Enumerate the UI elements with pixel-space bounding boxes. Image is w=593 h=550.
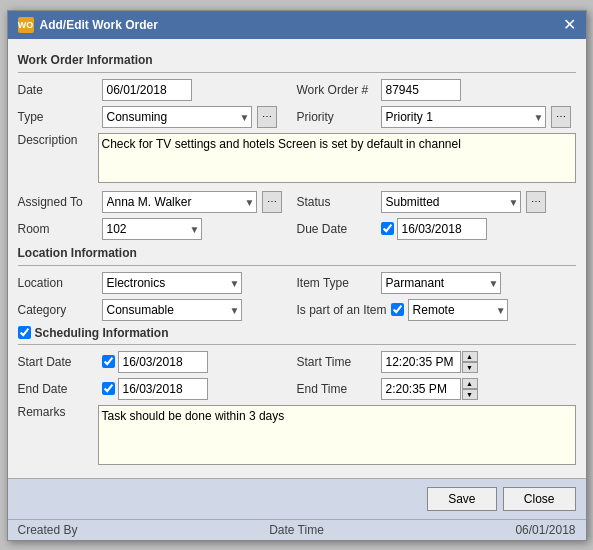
row-description: Description Check for TV settings and ho… xyxy=(18,133,576,186)
starttime-spinbox: ▲ ▼ xyxy=(381,351,478,373)
assigned-to-select[interactable]: Anna M. Walker John Smith xyxy=(102,191,257,213)
section-scheduling: Scheduling Information xyxy=(35,326,169,340)
label-assigned: Assigned To xyxy=(18,195,98,209)
label-type: Type xyxy=(18,110,98,124)
startdate-select[interactable]: 16/03/2018 xyxy=(118,351,208,373)
scheduling-section-header: Scheduling Information xyxy=(18,326,576,340)
field-date: 06/01/2018 xyxy=(102,79,192,101)
type-icon-button[interactable]: ⋯ xyxy=(257,106,277,128)
scheduling-checkbox[interactable] xyxy=(18,326,31,339)
label-description: Description xyxy=(18,133,98,147)
status-select[interactable]: Submitted In Progress Completed xyxy=(381,191,521,213)
close-button[interactable]: Close xyxy=(503,487,576,511)
starttime-spinners: ▲ ▼ xyxy=(462,351,478,373)
right-status: Status Submitted In Progress Completed ▼… xyxy=(297,191,576,213)
title-bar-left: WO Add/Edit Work Order xyxy=(18,17,158,33)
starttime-down[interactable]: ▼ xyxy=(462,362,478,373)
endtime-down[interactable]: ▼ xyxy=(462,389,478,400)
title-bar: WO Add/Edit Work Order ✕ xyxy=(8,11,586,39)
type-select-wrapper: Consuming Maintenance Repair ▼ xyxy=(102,106,252,128)
duedate-select[interactable]: 16/03/2018 xyxy=(397,218,487,240)
endtime-spinners: ▲ ▼ xyxy=(462,378,478,400)
right-starttime: Start Time ▲ ▼ xyxy=(297,351,576,373)
left-type: Type Consuming Maintenance Repair ▼ ⋯ xyxy=(18,106,297,128)
right-wo: Work Order # xyxy=(297,79,576,101)
left-assigned: Assigned To Anna M. Walker John Smith ▼ … xyxy=(18,191,297,213)
remote-select[interactable]: Remote On-site xyxy=(408,299,508,321)
row-startdate-starttime: Start Date 16/03/2018 Start Time ▲ ▼ xyxy=(18,351,576,373)
category-select-wrapper: Consumable Fixed ▼ xyxy=(102,299,242,321)
left-date: Date 06/01/2018 xyxy=(18,79,297,101)
assigned-select-wrapper: Anna M. Walker John Smith ▼ xyxy=(102,191,257,213)
row-type-priority: Type Consuming Maintenance Repair ▼ ⋯ Pr… xyxy=(18,106,576,128)
startdate-checkbox[interactable] xyxy=(102,355,115,368)
left-room: Room 102 103 ▼ xyxy=(18,218,297,240)
row-room-duedate: Room 102 103 ▼ Due Date 16/03/2018 xyxy=(18,218,576,240)
label-priority: Priority xyxy=(297,110,377,124)
location-select[interactable]: Electronics Furniture Plumbing xyxy=(102,272,242,294)
status-bar: Created By Date Time 06/01/2018 xyxy=(8,519,586,540)
date-time-label: Date Time xyxy=(269,523,324,537)
room-select[interactable]: 102 103 xyxy=(102,218,202,240)
field-startdate: 16/03/2018 xyxy=(102,351,208,373)
close-icon-button[interactable]: ✕ xyxy=(563,17,576,33)
label-location: Location xyxy=(18,276,98,290)
wo-number-input[interactable] xyxy=(381,79,461,101)
endtime-spinbox: ▲ ▼ xyxy=(381,378,478,400)
label-duedate: Due Date xyxy=(297,222,377,236)
status-select-wrapper: Submitted In Progress Completed ▼ xyxy=(381,191,521,213)
endtime-up[interactable]: ▲ xyxy=(462,378,478,389)
priority-select-wrapper: Priority 1 Priority 2 Priority 3 ▼ xyxy=(381,106,546,128)
row-assigned-status: Assigned To Anna M. Walker John Smith ▼ … xyxy=(18,191,576,213)
label-endtime: End Time xyxy=(297,382,377,396)
save-button[interactable]: Save xyxy=(427,487,497,511)
assigned-icon-button[interactable]: ⋯ xyxy=(262,191,282,213)
itemtype-select-wrapper: Parmanant Consumable ▼ xyxy=(381,272,501,294)
starttime-input[interactable] xyxy=(381,351,461,373)
row-enddate-endtime: End Date 16/03/2018 End Time ▲ ▼ xyxy=(18,378,576,400)
duedate-checkbox[interactable] xyxy=(381,222,394,235)
label-itemtype: Item Type xyxy=(297,276,377,290)
dialog-body: Work Order Information Date 06/01/2018 W… xyxy=(8,39,586,478)
left-category: Category Consumable Fixed ▼ xyxy=(18,299,297,321)
label-starttime: Start Time xyxy=(297,355,377,369)
description-textarea[interactable]: Check for TV settings and hotels Screen … xyxy=(98,133,576,183)
remarks-textarea[interactable]: Task should be done within 3 days xyxy=(98,405,576,465)
priority-icon-button[interactable]: ⋯ xyxy=(551,106,571,128)
left-enddate: End Date 16/03/2018 xyxy=(18,378,297,400)
right-priority: Priority Priority 1 Priority 2 Priority … xyxy=(297,106,576,128)
priority-select[interactable]: Priority 1 Priority 2 Priority 3 xyxy=(381,106,546,128)
created-by-label: Created By xyxy=(18,523,78,537)
remote-select-wrapper: Remote On-site ▼ xyxy=(408,299,508,321)
right-duedate: Due Date 16/03/2018 xyxy=(297,218,576,240)
field-enddate: 16/03/2018 xyxy=(102,378,208,400)
dialog-title: Add/Edit Work Order xyxy=(40,18,158,32)
enddate-checkbox[interactable] xyxy=(102,382,115,395)
right-itemtype: Item Type Parmanant Consumable ▼ xyxy=(297,272,576,294)
left-startdate: Start Date 16/03/2018 xyxy=(18,351,297,373)
description-container: Check for TV settings and hotels Screen … xyxy=(98,133,576,186)
label-date: Date xyxy=(18,83,98,97)
label-enddate: End Date xyxy=(18,382,98,396)
section-location: Location Information xyxy=(18,246,576,260)
is-part-checkbox[interactable] xyxy=(391,303,404,316)
label-wo-num: Work Order # xyxy=(297,83,377,97)
row-category-remote: Category Consumable Fixed ▼ Is part of a… xyxy=(18,299,576,321)
type-select[interactable]: Consuming Maintenance Repair xyxy=(102,106,252,128)
row-remarks: Remarks Task should be done within 3 day… xyxy=(18,405,576,465)
starttime-up[interactable]: ▲ xyxy=(462,351,478,362)
status-icon-button[interactable]: ⋯ xyxy=(526,191,546,213)
label-room: Room xyxy=(18,222,98,236)
label-status: Status xyxy=(297,195,377,209)
itemtype-select[interactable]: Parmanant Consumable xyxy=(381,272,501,294)
room-select-wrapper: 102 103 ▼ xyxy=(102,218,202,240)
row-date-wo: Date 06/01/2018 Work Order # xyxy=(18,79,576,101)
dialog-icon: WO xyxy=(18,17,34,33)
bottom-button-bar: Save Close xyxy=(8,478,586,519)
enddate-select[interactable]: 16/03/2018 xyxy=(118,378,208,400)
category-select[interactable]: Consumable Fixed xyxy=(102,299,242,321)
label-startdate: Start Date xyxy=(18,355,98,369)
endtime-input[interactable] xyxy=(381,378,461,400)
date-select[interactable]: 06/01/2018 xyxy=(102,79,192,101)
left-location: Location Electronics Furniture Plumbing … xyxy=(18,272,297,294)
